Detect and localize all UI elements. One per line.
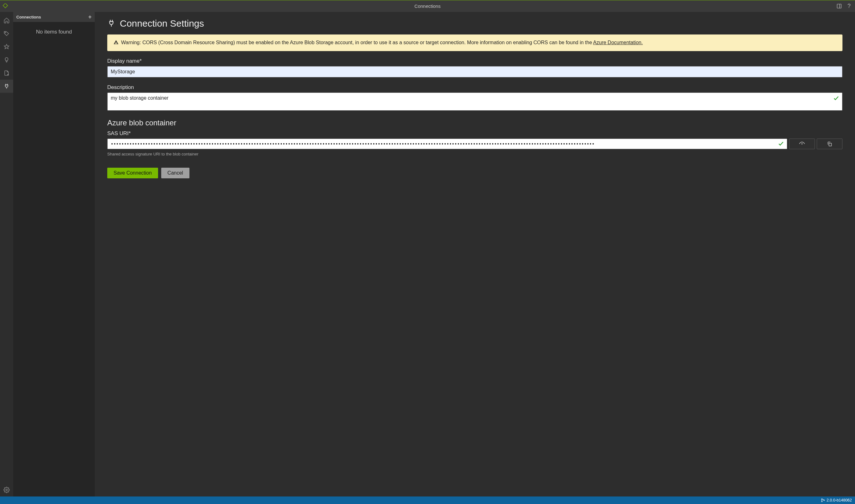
new-file-icon[interactable] [0, 67, 13, 79]
window-title: Connections [0, 3, 855, 9]
azure-docs-link[interactable]: Azure Documentation. [593, 40, 643, 45]
sas-uri-label: SAS URI* [107, 130, 842, 137]
side-panel-title: Connections [16, 15, 41, 19]
display-name-input[interactable] [107, 66, 842, 77]
description-input[interactable] [107, 92, 842, 111]
home-icon[interactable] [0, 14, 13, 27]
svg-point-8 [802, 144, 802, 144]
plug-icon [107, 19, 116, 28]
cancel-button[interactable]: Cancel [161, 168, 189, 178]
lightbulb-icon[interactable] [0, 53, 13, 67]
tag-icon[interactable] [0, 27, 13, 40]
status-bar: 2.0.0-b148062 [0, 497, 855, 504]
provider-heading: Azure blob container [107, 119, 842, 127]
version-indicator[interactable]: 2.0.0-b148062 [821, 498, 852, 502]
svg-point-12 [824, 500, 824, 501]
svg-point-10 [821, 499, 822, 500]
help-icon[interactable]: ? [848, 3, 851, 10]
side-panel: Connections + No items found [13, 12, 95, 497]
add-connection-button[interactable]: + [88, 14, 92, 20]
star-graph-icon[interactable] [0, 40, 13, 53]
sas-uri-hint: Shared access signature URI to the blob … [107, 152, 842, 157]
page-title: Connection Settings [120, 18, 204, 29]
svg-point-7 [6, 489, 7, 491]
svg-rect-1 [837, 4, 841, 8]
svg-rect-9 [829, 143, 832, 146]
app-logo-icon [2, 3, 8, 9]
warning-text: Warning: CORS (Cross Domain Resource Sha… [121, 39, 643, 47]
svg-point-3 [5, 32, 6, 33]
copy-button[interactable] [817, 139, 842, 149]
warning-triangle-icon [114, 39, 119, 47]
sas-uri-input[interactable] [107, 139, 787, 149]
panel-layout-icon[interactable] [837, 3, 842, 9]
display-name-label: Display name* [107, 58, 842, 64]
svg-point-11 [821, 501, 822, 502]
version-text: 2.0.0-b148062 [826, 498, 852, 502]
cors-warning-banner: Warning: CORS (Cross Domain Resource Sha… [107, 35, 842, 51]
description-label: Description [107, 84, 842, 91]
connections-empty-state: No items found [13, 22, 95, 497]
reveal-password-button[interactable] [789, 139, 815, 149]
plug-icon[interactable] [0, 79, 13, 93]
svg-rect-0 [3, 3, 8, 8]
activity-bar [0, 12, 13, 497]
save-connection-button[interactable]: Save Connection [107, 168, 158, 178]
settings-gear-icon[interactable] [0, 483, 13, 497]
side-panel-header: Connections + [13, 12, 95, 22]
titlebar: Connections ? [0, 0, 855, 12]
content-area: Connection Settings Warning: CORS (Cross… [95, 12, 855, 497]
svg-marker-4 [4, 44, 9, 49]
